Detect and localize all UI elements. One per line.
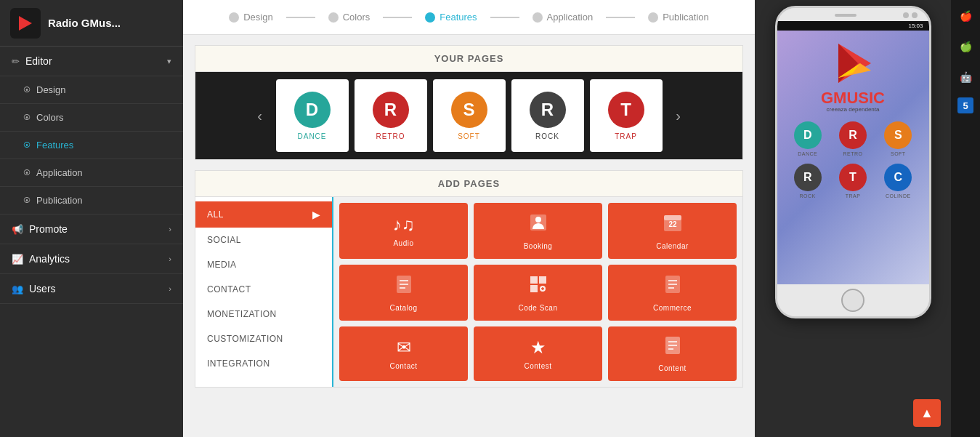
tile-catalog[interactable]: Catalog <box>339 265 468 321</box>
page-card-soft[interactable]: S SOFT <box>433 79 506 152</box>
step-line <box>286 17 315 18</box>
sidebar-item-design[interactable]: ⦿ Design <box>0 76 183 104</box>
page-icon-soft: S <box>451 92 487 128</box>
carousel-next-button[interactable]: › <box>668 105 689 126</box>
sidebar-section-analytics[interactable]: 📈 Analytics › <box>0 244 183 274</box>
right-panel: 🍎 🍏 🤖 5 <box>951 0 980 437</box>
page-icon-trap: T <box>608 92 644 128</box>
cat-label-all: ALL <box>207 209 224 220</box>
promote-label: Promote <box>29 223 68 235</box>
apple-icon[interactable]: 🍏 <box>955 36 976 57</box>
bullet-icon: ⦿ <box>23 86 31 94</box>
cat-item-customization[interactable]: CUSTOMIZATION <box>195 326 332 351</box>
step-features[interactable]: Features <box>412 12 490 23</box>
carousel-prev-button[interactable]: ‹ <box>250 105 270 126</box>
step-line <box>606 17 635 18</box>
commerce-icon <box>662 273 684 300</box>
add-pages-content: ALL ▶ SOCIAL MEDIA CONTACT MONETIZATION <box>195 197 742 387</box>
promote-icon: 📢 <box>12 224 23 235</box>
tile-codescan-label: Code Scan <box>519 304 558 312</box>
step-publication[interactable]: Publication <box>635 12 722 23</box>
chevron-down-icon: ▾ <box>167 57 171 66</box>
cat-item-social[interactable]: SOCIAL <box>195 228 332 252</box>
analytics-icon: 📈 <box>12 254 23 265</box>
page-card-trap[interactable]: T TRAP <box>590 79 663 152</box>
chevron-right-icon: › <box>169 254 171 263</box>
sidebar: Radio GMus... ✏ Editor ▾ ⦿ Design ⦿ Colo… <box>0 0 183 437</box>
cat-item-media[interactable]: MEDIA <box>195 252 332 277</box>
bullet-icon-active: ⦿ <box>23 141 31 149</box>
cat-item-contact[interactable]: CONTACT <box>195 277 332 302</box>
cat-item-all[interactable]: ALL ▶ <box>195 201 332 228</box>
page-icon-dance: D <box>294 92 331 128</box>
your-pages-title: YOUR PAGES <box>195 46 742 72</box>
pages-grid: ♪♫ Audio Booking <box>333 197 742 387</box>
tile-row2-1[interactable]: ✉ Contact <box>339 326 468 381</box>
cat-item-integration[interactable]: INTEGRATION <box>195 351 332 376</box>
tile-booking[interactable]: Booking <box>474 203 602 259</box>
calendar-icon: 22 <box>662 212 684 238</box>
svg-rect-10 <box>539 276 546 284</box>
tile-audio-label: Audio <box>393 239 413 247</box>
phone-time: 15:03 <box>908 23 923 29</box>
html5-icon[interactable]: 5 <box>957 97 973 113</box>
sidebar-header: Radio GMus... <box>0 0 183 47</box>
phone-status-bar: 15:03 <box>777 21 929 31</box>
page-card-retro[interactable]: R RETRO <box>355 79 427 152</box>
tile-calendar-label: Calendar <box>656 242 689 250</box>
step-design[interactable]: Design <box>216 12 286 23</box>
gmusic-brand: GMUSIC <box>821 89 885 108</box>
add-pages-title: ADD PAGES <box>195 171 742 197</box>
pages-carousel: ‹ D DANCE R RETRO S SOFT R ROCK <box>195 72 742 159</box>
add-pages-section: ADD PAGES ALL ▶ SOCIAL MEDIA CONTACT <box>195 170 743 388</box>
gmusic-tagline: creeaza dependenta <box>827 106 880 113</box>
tile-audio[interactable]: ♪♫ Audio <box>339 203 468 259</box>
phone-camera <box>903 12 918 18</box>
tile-calendar[interactable]: 22 Calendar <box>608 203 737 259</box>
sidebar-item-colors[interactable]: ⦿ Colors <box>0 104 183 132</box>
main-content-area: YOUR PAGES ‹ D DANCE R RETRO S SOFT R RO… <box>183 35 755 437</box>
phone-icon-dance: D DANCE <box>789 121 827 156</box>
android-icon[interactable]: 🤖 <box>955 67 976 87</box>
sidebar-item-application[interactable]: ⦿ Application <box>0 159 183 187</box>
app-title-area: Radio GMus... <box>48 17 121 29</box>
doc-icon <box>663 335 683 360</box>
step-colors[interactable]: Colors <box>315 12 384 23</box>
tile-row2-2[interactable]: ★ Contest <box>474 326 602 381</box>
step-line <box>383 17 412 18</box>
sidebar-section-promote[interactable]: 📢 Promote › <box>0 215 183 244</box>
main-content: Design Colors Features Application Publi… <box>183 0 755 437</box>
gmusic-logo-icon <box>827 38 878 89</box>
tile-booking-label: Booking <box>524 242 553 250</box>
users-icon: 👥 <box>12 284 23 294</box>
sidebar-item-publication[interactable]: ⦿ Publication <box>0 187 183 215</box>
bullet-icon: ⦿ <box>23 169 31 177</box>
users-label: Users <box>29 283 56 294</box>
svg-point-1 <box>535 217 541 222</box>
appstore-icon[interactable]: 🍎 <box>955 6 976 26</box>
category-list: ALL ▶ SOCIAL MEDIA CONTACT MONETIZATION <box>195 197 333 387</box>
page-label-soft: SOFT <box>458 132 480 140</box>
pencil-icon: ✏ <box>12 56 20 67</box>
sidebar-item-features[interactable]: ⦿ Features <box>0 132 183 159</box>
svg-rect-3 <box>664 215 681 220</box>
tile-row2-3[interactable]: Content <box>608 326 737 381</box>
qr-icon <box>527 273 549 300</box>
step-dot-features <box>425 12 435 23</box>
scroll-top-button[interactable]: ▲ <box>913 399 941 427</box>
phone-bottom <box>777 284 929 316</box>
sidebar-section-editor[interactable]: ✏ Editor ▾ <box>0 47 183 76</box>
phone-icon-rock: R ROCK <box>789 164 827 199</box>
sidebar-section-users[interactable]: 👥 Users › <box>0 274 183 304</box>
cat-item-monetization[interactable]: MONETIZATION <box>195 302 332 326</box>
tile-codescan[interactable]: Code Scan <box>474 265 602 321</box>
catalog-icon <box>393 273 415 300</box>
tile-commerce-label: Commerce <box>653 304 692 312</box>
page-card-rock[interactable]: R ROCK <box>511 79 584 152</box>
your-pages-section: YOUR PAGES ‹ D DANCE R RETRO S SOFT R RO… <box>195 45 743 160</box>
page-card-dance[interactable]: D DANCE <box>276 79 349 152</box>
logo-triangle-icon <box>19 16 32 31</box>
tile-commerce[interactable]: Commerce <box>608 265 737 321</box>
step-application[interactable]: Application <box>519 12 607 23</box>
phone-icons-grid: D DANCE R RETRO S SOFT R ROCK T TRAP <box>783 121 923 199</box>
